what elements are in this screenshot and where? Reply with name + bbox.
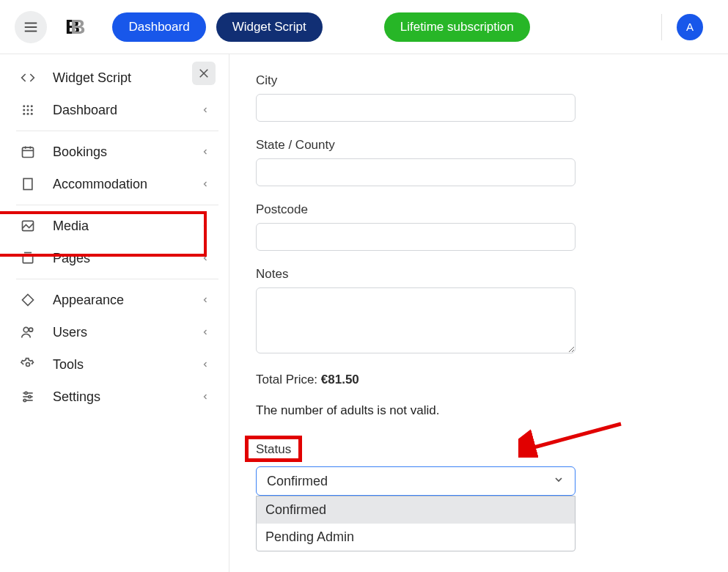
sidebar-item-label: Dashboard [53,103,117,118]
postcode-input[interactable] [256,223,576,251]
svg-point-5 [23,105,25,107]
chevron-left-icon [201,325,210,340]
chevron-left-icon [201,389,210,405]
svg-point-11 [23,113,25,115]
status-selected-value: Confirmed [267,474,328,489]
svg-point-6 [27,105,29,107]
sidebar-item-users[interactable]: Users [16,316,218,348]
svg-point-12 [27,113,29,115]
image-icon [16,214,40,238]
svg-point-7 [31,105,33,107]
total-price: Total Price: €81.50 [256,373,702,387]
state-label: State / County [256,138,702,153]
status-option-confirmed[interactable]: Confirmed [257,496,575,524]
lifetime-subscription-button[interactable]: Lifetime subscription [384,12,530,42]
sidebar-item-label: Settings [53,389,100,405]
users-icon [16,320,40,344]
sidebar-item-appearance[interactable]: Appearance [16,284,218,316]
sidebar-item-dashboard[interactable]: Dashboard [16,94,218,126]
sidebar-item-label: Media [53,219,89,234]
status-dropdown: Confirmed Pending Admin [256,496,576,551]
gear-icon [16,353,40,376]
hamburger-menu-button[interactable] [15,11,47,43]
layers-icon [16,246,40,270]
svg-point-10 [31,109,33,111]
chevron-left-icon [201,144,210,160]
chevron-down-icon [553,474,565,489]
code-icon [16,66,40,89]
sidebar-item-settings[interactable]: Settings [16,381,218,413]
sidebar-item-label: Users [53,325,87,340]
svg-point-28 [29,328,33,331]
status-label: Status [256,442,291,457]
header: BB Dashboard Widget Script Lifetime subs… [0,0,728,54]
svg-marker-26 [23,295,34,306]
svg-point-8 [23,109,25,111]
status-select[interactable]: Confirmed [256,466,576,496]
notes-textarea[interactable] [256,287,576,353]
main-content: City State / County Postcode Notes Total… [229,54,728,572]
annotation-arrow [518,421,628,458]
calendar-icon [16,140,40,164]
chevron-left-icon [201,177,210,192]
postcode-label: Postcode [256,202,702,217]
svg-point-29 [26,363,30,367]
svg-point-35 [23,399,26,401]
paint-icon [16,288,40,312]
sliders-icon [16,385,40,408]
chevron-left-icon [201,219,210,234]
svg-point-9 [27,109,29,111]
sidebar-item-media[interactable]: Media [16,210,218,242]
sidebar-item-label: Accommodation [53,177,147,192]
status-option-pending-admin[interactable]: Pending Admin [257,524,575,551]
city-input[interactable] [256,94,576,122]
sidebar-item-label: Pages [53,251,90,266]
sidebar-item-tools[interactable]: Tools [16,348,218,381]
svg-line-37 [529,424,621,449]
sidebar-item-label: Appearance [53,293,124,308]
sidebar-item-widget-script[interactable]: Widget Script [16,62,218,94]
grid-icon [16,98,40,122]
svg-point-13 [31,113,33,115]
svg-point-33 [29,395,31,397]
sidebar-item-accommodation[interactable]: Accommodation [16,168,218,200]
building-icon [16,172,40,196]
chevron-left-icon [201,103,210,118]
chevron-left-icon [201,357,210,373]
hamburger-icon [23,19,39,35]
sidebar-item-label: Widget Script [53,70,131,86]
dashboard-button[interactable]: Dashboard [112,12,205,42]
svg-point-31 [25,392,27,394]
svg-rect-24 [23,254,32,263]
validation-message: The number of adults is not valid. [256,403,702,418]
svg-rect-14 [23,147,34,157]
city-label: City [256,73,702,88]
svg-rect-18 [23,179,32,190]
avatar[interactable]: A [677,14,703,40]
sidebar-item-bookings[interactable]: Bookings [16,136,218,168]
notes-label: Notes [256,267,702,282]
header-divider [661,14,662,40]
sidebar: Widget Script Dashboard Bookings Accommo… [0,54,229,572]
annotation-highlight-status-label: Status [245,436,302,462]
chevron-left-icon [201,293,210,308]
logo: BB [65,15,84,39]
sidebar-item-label: Tools [53,357,84,373]
sidebar-item-label: Bookings [53,144,107,160]
chevron-left-icon [201,251,210,266]
widget-script-button[interactable]: Widget Script [216,12,323,42]
sidebar-item-pages[interactable]: Pages [16,242,218,274]
svg-point-27 [23,327,29,332]
state-input[interactable] [256,158,576,186]
